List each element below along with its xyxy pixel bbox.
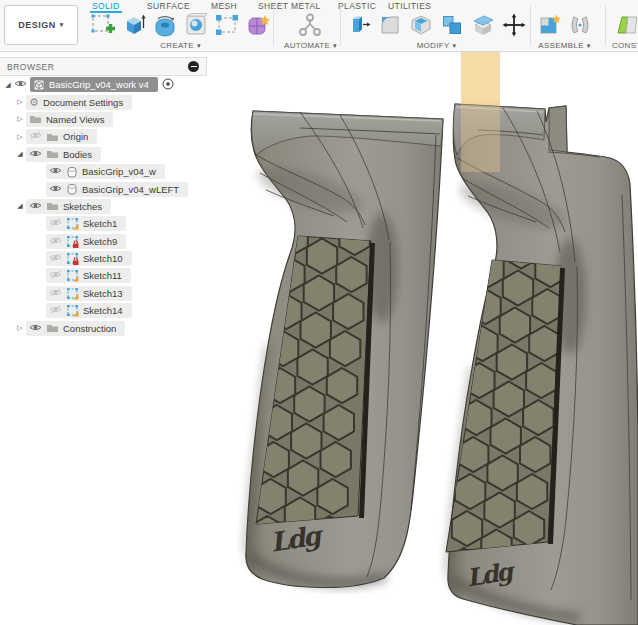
visibility-eye-icon[interactable] [29,149,42,160]
split-body-button[interactable] [469,11,497,39]
visibility-eye-off-icon[interactable] [49,218,62,229]
press-pull-icon [346,12,372,38]
expand-caret-icon[interactable] [14,324,26,332]
automate-button[interactable] [296,11,324,39]
group-assemble-label[interactable]: ASSEMBLE [538,41,584,50]
group-construct: CONST [612,11,638,50]
visibility-eye-off-icon[interactable] [49,253,62,264]
visibility-eye-icon[interactable] [29,201,42,212]
root-component-pill[interactable]: BasicGrip_v04_work v4 [30,77,158,92]
expand-caret-icon[interactable] [14,115,26,123]
chevron-down-icon: ▾ [197,42,201,50]
fillet-button[interactable] [376,11,404,39]
create-sketch-button[interactable] [89,11,117,39]
hole-button[interactable] [182,11,210,39]
toolbar-divider [530,6,531,46]
new-component-icon [536,12,562,38]
tree-row-body-left[interactable]: BasicGrip_v04_wLEFT [0,180,207,197]
visibility-eye-icon[interactable] [49,166,62,177]
group-automate-label[interactable]: AUTOMATE [284,41,330,50]
tree-row-bodies[interactable]: Bodies [0,146,207,163]
activate-component-radio[interactable] [162,78,174,92]
tree-row-construction[interactable]: Construction [0,319,207,336]
tree-label: Sketch1 [83,218,117,229]
visibility-eye-off-icon[interactable] [49,236,62,247]
expand-caret-icon[interactable] [2,81,14,89]
group-automate: AUTOMATE▾ [284,11,337,50]
expand-caret-icon[interactable] [14,98,26,106]
folder-icon [46,201,59,211]
tab-sheet-metal[interactable]: SHEET METAL [258,1,321,11]
extrude-button[interactable] [120,11,148,39]
tree-label: Sketch9 [83,236,117,247]
tree-row-sketch1[interactable]: Sketch1 [0,215,207,232]
joint-icon [567,12,593,38]
group-modify-label[interactable]: MODIFY [417,41,450,50]
visibility-eye-off-icon[interactable] [49,288,62,299]
joint-button[interactable] [566,11,594,39]
tree-row-sketch10[interactable]: Sketch10 [0,250,207,267]
folder-icon [29,114,42,124]
new-component-button[interactable] [535,11,563,39]
model-right-grip[interactable]: Ldg [446,104,638,625]
hole-icon [183,12,209,38]
expand-caret-icon[interactable] [14,150,26,158]
press-pull-button[interactable] [345,11,373,39]
chevron-down-icon: ▾ [333,42,337,50]
tree-row-sketches[interactable]: Sketches [0,198,207,215]
tree-row-document-settings[interactable]: Document Settings [0,93,207,110]
tab-utilities[interactable]: UTILITIES [388,1,431,11]
tree-row-sketch9[interactable]: Sketch9 [0,233,207,250]
visibility-eye-off-icon[interactable] [29,131,42,142]
visibility-eye-icon[interactable] [14,79,27,90]
tree-row-origin[interactable]: Origin [0,128,207,145]
group-create: CREATE▾ [89,11,272,50]
revolve-button[interactable] [151,11,179,39]
tree-label: Bodies [63,149,92,160]
move-icon [501,12,527,38]
group-create-label[interactable]: CREATE [160,41,194,50]
visibility-eye-icon[interactable] [49,184,62,195]
expand-caret-icon[interactable] [14,133,26,141]
toolbar-divider [340,6,341,46]
tab-plastic[interactable]: PLASTIC [338,1,376,11]
tree-row-body-right[interactable]: BasicGrip_v04_w [0,163,207,180]
expand-caret-icon[interactable] [14,202,26,210]
tree-row-root-component[interactable]: BasicGrip_v04_work v4 [0,76,207,93]
folder-icon [46,149,59,159]
component-cube-icon [33,79,45,91]
gear-icon [29,97,39,108]
visibility-eye-icon[interactable] [29,323,42,334]
sketch-icon [66,287,79,300]
visibility-eye-off-icon[interactable] [49,305,62,316]
form-icon [245,12,271,38]
chevron-down-icon: ▾ [60,21,64,29]
group-construct-label[interactable]: CONST [612,41,638,50]
combine-button[interactable] [438,11,466,39]
browser-collapse-icon[interactable] [188,61,199,72]
sketch-locked-icon [66,235,79,248]
tree-row-named-views[interactable]: Named Views [0,111,207,128]
construct-plane-button[interactable] [613,11,638,39]
group-assemble: ASSEMBLE▾ [535,11,594,50]
toolbar: SOLID SURFACE MESH SHEET METAL PLASTIC U… [0,0,638,52]
body-icon [66,166,78,178]
visibility-eye-off-icon[interactable] [49,270,62,281]
form-button[interactable] [244,11,272,39]
design-workspace-dropdown[interactable]: DESIGN ▾ [4,5,78,45]
move-copy-button[interactable] [500,11,528,39]
fillet-icon [377,12,403,38]
tree-row-sketch13[interactable]: Sketch13 [0,285,207,302]
shell-button[interactable] [407,11,435,39]
split-body-icon [470,12,496,38]
tab-mesh[interactable]: MESH [211,1,237,11]
tree-row-sketch11[interactable]: Sketch11 [0,267,207,284]
tree-row-sketch14[interactable]: Sketch14 [0,302,207,319]
tab-surface[interactable]: SURFACE [147,1,190,11]
combine-icon [439,12,465,38]
tree-label: Construction [63,323,116,334]
pattern-button[interactable] [213,11,241,39]
tab-solid[interactable]: SOLID [92,1,120,11]
model-left-grip[interactable]: Ldg [246,111,443,588]
toolbar-divider [273,6,274,46]
